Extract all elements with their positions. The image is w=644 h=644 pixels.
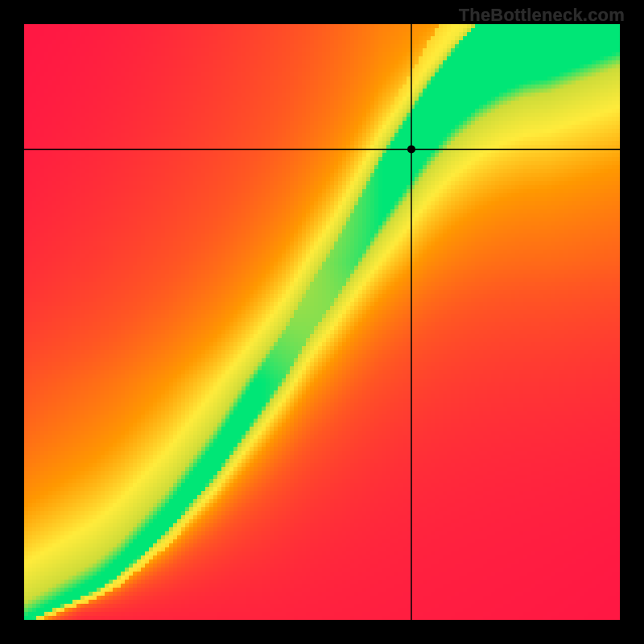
watermark-text: TheBottleneck.com — [459, 5, 625, 26]
chart-container: TheBottleneck.com — [0, 0, 644, 644]
plot-area — [24, 24, 620, 620]
heatmap-canvas — [24, 24, 620, 620]
